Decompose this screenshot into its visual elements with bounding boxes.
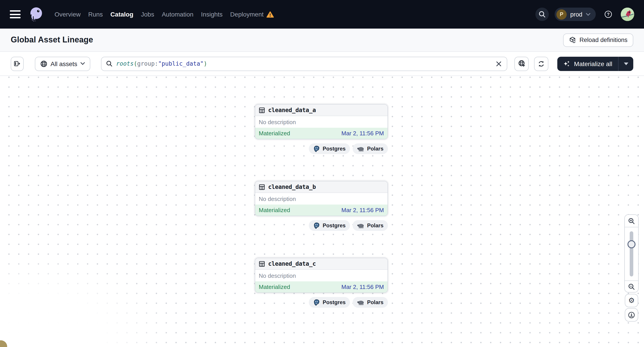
asset-node[interactable]: cleaned_data_c No description Materializ…: [255, 258, 388, 293]
status-badge: Materialized: [259, 284, 290, 290]
caret-down-icon: [624, 62, 628, 65]
asset-selection-query: roots(group:"public_data"): [116, 60, 207, 67]
globe-icon: [40, 60, 47, 67]
table-icon: [259, 107, 265, 113]
close-icon: [496, 61, 502, 66]
tag-polars[interactable]: Polars: [353, 143, 388, 154]
asset-tags: Postgres Polars: [255, 143, 388, 154]
view-all-assets-button[interactable]: [514, 56, 529, 71]
materialize-options-button[interactable]: [618, 56, 633, 71]
status-badge: Materialized: [259, 207, 290, 213]
nav-right-controls: P prod ?: [536, 7, 634, 21]
asset-selection-input[interactable]: roots(group:"public_data"): [101, 56, 508, 71]
asset-tags: Postgres Polars: [255, 297, 388, 308]
refresh-icon: [538, 60, 545, 67]
user-avatar[interactable]: [621, 7, 634, 21]
nav-item-catalog[interactable]: Catalog: [110, 11, 134, 18]
search-icon: [106, 60, 112, 67]
nav-item-overview[interactable]: Overview: [54, 11, 81, 18]
zoom-slider[interactable]: [625, 227, 638, 281]
global-search-button[interactable]: [536, 7, 549, 21]
postgres-icon: [313, 299, 320, 306]
asset-node-header: cleaned_data_b: [255, 181, 388, 193]
search-icon: [538, 11, 546, 18]
polars-icon: [357, 146, 364, 152]
asset-node-group: cleaned_data_c No description Materializ…: [255, 258, 388, 308]
materialization-timestamp[interactable]: Mar 2, 11:56 PM: [342, 130, 384, 137]
avatar-bird-image: [621, 7, 634, 21]
zoom-slider-thumb[interactable]: [628, 240, 636, 248]
reload-cube-icon: [569, 37, 576, 43]
tag-label: Polars: [367, 222, 384, 229]
tag-postgres[interactable]: Postgres: [309, 143, 350, 154]
tag-polars[interactable]: Polars: [353, 220, 388, 231]
environment-initial-badge: P: [556, 9, 567, 19]
panel-expand-icon: [14, 60, 20, 67]
reload-definitions-button[interactable]: Reload definitions: [563, 33, 633, 47]
zoom-out-icon: [628, 283, 635, 290]
materialize-all-button[interactable]: Materialize all: [558, 56, 618, 71]
gear-icon: ⚙: [628, 297, 635, 304]
dagster-octopus-icon: [27, 6, 44, 23]
canvas-glow: [0, 258, 170, 347]
download-icon: [628, 311, 635, 319]
clear-query-button[interactable]: [496, 60, 502, 67]
asset-status-row: Materialized Mar 2, 11:56 PM: [255, 205, 388, 216]
lineage-toolbar: All assets roots(group:"public_data"): [0, 52, 644, 76]
help-button[interactable]: ?: [602, 7, 615, 21]
dagster-logo[interactable]: [27, 6, 44, 23]
postgres-icon: [313, 222, 320, 229]
asset-name: cleaned_data_b: [268, 184, 316, 190]
asset-node-header: cleaned_data_a: [255, 104, 388, 116]
materialization-timestamp[interactable]: Mar 2, 11:56 PM: [342, 207, 384, 213]
table-icon: [259, 261, 265, 267]
tag-label: Postgres: [323, 146, 346, 152]
hamburger-menu-icon[interactable]: [10, 10, 20, 18]
nav-item-jobs[interactable]: Jobs: [141, 11, 154, 18]
tag-label: Polars: [367, 299, 384, 306]
asset-node-group: cleaned_data_a No description Materializ…: [255, 104, 388, 154]
asset-scope-filter[interactable]: All assets: [35, 56, 90, 71]
chevron-down-icon: [80, 62, 85, 65]
page-header: Global Asset Lineage Reload definitions: [0, 28, 644, 52]
tag-postgres[interactable]: Postgres: [309, 220, 350, 231]
environment-name: prod: [570, 11, 582, 18]
zoom-in-button[interactable]: [625, 215, 638, 227]
asset-node[interactable]: cleaned_data_b No description Materializ…: [255, 181, 388, 216]
asset-description: No description: [255, 270, 388, 281]
asset-description: No description: [255, 193, 388, 205]
tag-postgres[interactable]: Postgres: [309, 297, 350, 308]
minimap-corner: [0, 340, 7, 347]
asset-node[interactable]: cleaned_data_a No description Materializ…: [255, 104, 388, 139]
nav-item-insights[interactable]: Insights: [201, 11, 223, 18]
download-image-button[interactable]: [625, 308, 638, 322]
tag-label: Postgres: [323, 222, 346, 229]
nav-item-automation[interactable]: Automation: [162, 11, 194, 18]
asset-status-row: Materialized Mar 2, 11:56 PM: [255, 128, 388, 139]
zoom-out-button[interactable]: [625, 281, 638, 292]
asset-node-header: cleaned_data_c: [255, 258, 388, 270]
environment-switcher[interactable]: P prod: [554, 7, 596, 21]
lineage-canvas[interactable]: ⚙ cleaned_data_a No description Material…: [0, 76, 644, 347]
asset-tags: Postgres Polars: [255, 220, 388, 231]
postgres-icon: [313, 145, 320, 152]
warning-icon: [266, 11, 274, 18]
tag-polars[interactable]: Polars: [353, 297, 388, 308]
dagster-app: Overview Runs Catalog Jobs Automation In…: [0, 0, 644, 347]
nav-item-deployment[interactable]: Deployment: [230, 11, 274, 18]
zoom-controls: [624, 214, 639, 293]
asset-name: cleaned_data_c: [268, 260, 316, 267]
zoom-slider-track[interactable]: [630, 231, 633, 277]
sparkles-icon: [563, 60, 570, 67]
svg-text:?: ?: [607, 12, 610, 17]
asset-node-group: cleaned_data_b No description Materializ…: [255, 181, 388, 231]
graph-settings-button[interactable]: ⚙: [625, 294, 638, 307]
materialization-timestamp[interactable]: Mar 2, 11:56 PM: [342, 284, 384, 290]
nav-item-runs[interactable]: Runs: [88, 11, 103, 18]
globe-plus-icon: [518, 60, 526, 67]
tag-label: Postgres: [323, 299, 346, 306]
asset-name: cleaned_data_a: [268, 107, 316, 113]
open-side-panel-button[interactable]: [11, 56, 24, 71]
refresh-button[interactable]: [534, 56, 548, 71]
table-icon: [259, 184, 265, 190]
